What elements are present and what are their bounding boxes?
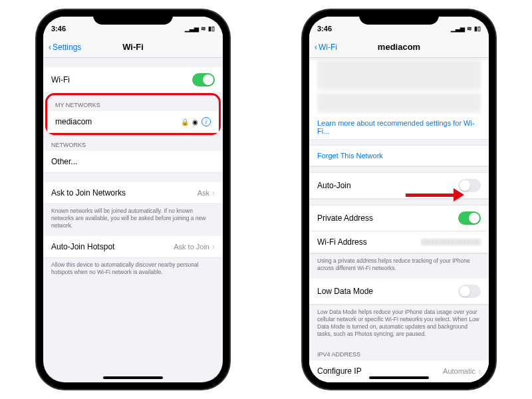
wifi-icon: ◉ bbox=[192, 118, 198, 126]
other-label: Other... bbox=[51, 157, 77, 166]
redacted-block bbox=[317, 92, 481, 112]
battery-icon: ▮▯ bbox=[474, 25, 481, 32]
networks-header: NETWORKS bbox=[43, 135, 223, 151]
ask-to-join-value: Ask bbox=[198, 189, 209, 197]
chevron-right-icon: › bbox=[478, 366, 481, 376]
configure-ip-value: Automatic bbox=[443, 367, 475, 375]
private-address-row[interactable]: Private Address bbox=[309, 205, 489, 231]
signal-icon: ▁▃▅ bbox=[185, 25, 199, 32]
private-address-toggle[interactable] bbox=[458, 211, 481, 225]
back-button[interactable]: ‹ Settings bbox=[49, 43, 81, 52]
other-network-row[interactable]: Other... bbox=[43, 151, 223, 173]
page-title: Wi-Fi bbox=[122, 42, 144, 52]
back-label: Wi-Fi bbox=[319, 43, 337, 52]
auto-join-hotspot-label: Auto-Join Hotspot bbox=[51, 242, 114, 251]
battery-icon: ▮▯ bbox=[208, 25, 215, 32]
redacted-address bbox=[421, 239, 481, 245]
auto-join-toggle[interactable] bbox=[458, 179, 481, 192]
ask-to-join-label: Ask to Join Networks bbox=[51, 188, 126, 198]
status-time: 3:46 bbox=[51, 25, 66, 33]
low-data-row[interactable]: Low Data Mode bbox=[309, 279, 489, 305]
highlight-annotation: MY NETWORKS mediacom 🔒 ◉ i bbox=[45, 93, 221, 135]
back-button[interactable]: ‹ Wi-Fi bbox=[315, 43, 337, 52]
forget-network-row[interactable]: Forget This Network bbox=[309, 146, 489, 166]
configure-ip-label: Configure IP bbox=[317, 366, 362, 376]
chevron-left-icon: ‹ bbox=[315, 43, 317, 52]
low-data-label: Low Data Mode bbox=[317, 287, 373, 296]
wifi-status-icon: ≋ bbox=[467, 25, 472, 32]
private-footer: Using a private address helps reduce tra… bbox=[309, 253, 489, 279]
chevron-left-icon: ‹ bbox=[49, 43, 51, 52]
home-indicator[interactable] bbox=[369, 376, 429, 379]
auto-join-label: Auto-Join bbox=[317, 181, 351, 190]
private-address-label: Private Address bbox=[317, 213, 373, 223]
hotspot-footer: Allow this device to automatically disco… bbox=[43, 258, 223, 283]
ask-footer: Known networks will be joined automatica… bbox=[43, 204, 223, 236]
content: Learn more about recommended settings fo… bbox=[309, 61, 489, 382]
chevron-right-icon: › bbox=[212, 242, 215, 251]
home-indicator[interactable] bbox=[103, 376, 163, 379]
status-icons: ▁▃▅ ≋ ▮▯ bbox=[451, 25, 481, 32]
notch bbox=[93, 10, 173, 25]
status-time: 3:46 bbox=[317, 25, 332, 33]
page-title: mediacom bbox=[378, 42, 420, 52]
ipv4-header: IPV4 ADDRESS bbox=[309, 344, 489, 360]
learn-more-link[interactable]: Learn more about recommended settings fo… bbox=[309, 115, 489, 139]
screen-left: 3:46 ▁▃▅ ≋ ▮▯ ‹ Settings Wi-Fi Wi-Fi MY … bbox=[43, 17, 223, 382]
signal-icon: ▁▃▅ bbox=[451, 25, 465, 32]
network-name: mediacom bbox=[55, 117, 92, 126]
wifi-label: Wi-Fi bbox=[51, 75, 70, 84]
phone-left: 3:46 ▁▃▅ ≋ ▮▯ ‹ Settings Wi-Fi Wi-Fi MY … bbox=[37, 10, 229, 389]
ask-to-join-row[interactable]: Ask to Join Networks Ask › bbox=[43, 182, 223, 204]
nav-bar: ‹ Settings Wi-Fi bbox=[43, 37, 223, 58]
info-icon[interactable]: i bbox=[201, 117, 211, 126]
my-networks-header: MY NETWORKS bbox=[47, 95, 219, 111]
screen-right: 3:46 ▁▃▅ ≋ ▮▯ ‹ Wi-Fi mediacom Learn mor… bbox=[309, 17, 489, 382]
wifi-toggle[interactable] bbox=[192, 73, 215, 86]
notch bbox=[359, 10, 439, 25]
wifi-status-icon: ≋ bbox=[201, 25, 206, 32]
forget-label: Forget This Network bbox=[317, 152, 383, 160]
chevron-right-icon: › bbox=[212, 188, 215, 198]
wifi-toggle-row[interactable]: Wi-Fi bbox=[43, 67, 223, 93]
wifi-address-label: Wi-Fi Address bbox=[317, 237, 367, 247]
auto-join-hotspot-row[interactable]: Auto-Join Hotspot Ask to Join › bbox=[43, 236, 223, 258]
configure-ip-row[interactable]: Configure IP Automatic › bbox=[309, 360, 489, 382]
wifi-address-row: Wi-Fi Address bbox=[309, 231, 489, 253]
low-data-footer: Low Data Mode helps reduce your iPhone d… bbox=[309, 305, 489, 344]
status-icons: ▁▃▅ ≋ ▮▯ bbox=[185, 25, 215, 32]
auto-join-row[interactable]: Auto-Join bbox=[309, 173, 489, 199]
phone-right: 3:46 ▁▃▅ ≋ ▮▯ ‹ Wi-Fi mediacom Learn mor… bbox=[303, 10, 495, 389]
low-data-toggle[interactable] bbox=[458, 285, 481, 298]
network-icons: 🔒 ◉ i bbox=[181, 117, 211, 126]
nav-bar: ‹ Wi-Fi mediacom bbox=[309, 37, 489, 58]
content: Wi-Fi MY NETWORKS mediacom 🔒 ◉ i NETWORK… bbox=[43, 58, 223, 283]
lock-icon: 🔒 bbox=[181, 118, 189, 126]
auto-join-hotspot-value: Ask to Join bbox=[174, 243, 209, 251]
network-row-mediacom[interactable]: mediacom 🔒 ◉ i bbox=[47, 111, 219, 133]
back-label: Settings bbox=[53, 43, 81, 52]
redacted-block bbox=[317, 61, 481, 90]
